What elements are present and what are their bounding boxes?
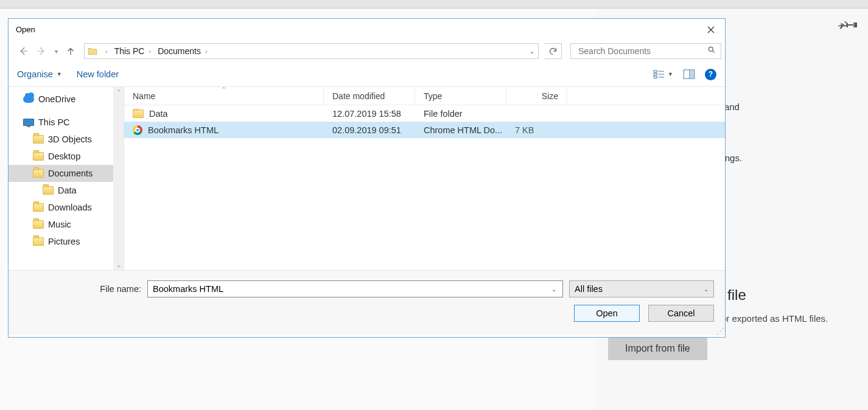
organise-menu[interactable]: Organise▼ [17, 69, 62, 79]
svg-rect-7 [654, 76, 657, 78]
nav-forward-button[interactable] [33, 43, 50, 60]
col-type[interactable]: Type [415, 87, 506, 105]
filename-input[interactable] [152, 283, 549, 294]
svg-rect-13 [690, 71, 694, 78]
tree-scrollbar[interactable]: ⌃⌄ [113, 87, 124, 270]
folder-icon [33, 134, 44, 144]
folder-icon [33, 151, 44, 161]
file-row[interactable]: Bookmarks HTML02.09.2019 09:51Chrome HTM… [124, 122, 725, 138]
address-folder-icon [86, 44, 99, 58]
tree-onedrive[interactable]: OneDrive [9, 91, 124, 108]
nav-up-button[interactable] [62, 43, 79, 60]
svg-point-3 [709, 47, 713, 51]
search-input[interactable] [577, 46, 706, 57]
cancel-button[interactable]: Cancel [648, 305, 714, 322]
file-row[interactable]: Data12.07.2019 15:58File folder [124, 105, 725, 122]
tree-thispc[interactable]: This PC [9, 114, 124, 131]
breadcrumb-thispc[interactable]: This PC› [113, 44, 156, 58]
file-date: 02.09.2019 09:51 [324, 125, 415, 135]
folder-icon [33, 203, 44, 212]
address-bar[interactable]: › This PC› Documents› ⌄ [84, 43, 539, 59]
column-headers: Name⌃ Date modified Type Size [124, 87, 725, 105]
filename-label: File name: [19, 284, 141, 294]
breadcrumb-documents[interactable]: Documents› [156, 44, 212, 58]
open-button[interactable]: Open [574, 305, 640, 322]
tree-3dobjects[interactable]: 3D Objects [9, 131, 124, 148]
nav-back-button[interactable] [15, 43, 32, 60]
file-name: Bookmarks HTML [148, 125, 219, 135]
breadcrumb-root-chevron[interactable]: › [99, 44, 113, 58]
tree-music[interactable]: Music [9, 216, 124, 233]
tree-data[interactable]: Data [9, 182, 124, 199]
filename-combo[interactable]: ⌄ [147, 280, 563, 297]
tree-documents[interactable]: Documents [9, 165, 124, 182]
svg-rect-6 [654, 73, 657, 75]
tree-downloads[interactable]: Downloads [9, 199, 124, 216]
folder-icon [33, 220, 44, 229]
folder-icon [33, 169, 44, 178]
refresh-button[interactable] [545, 43, 562, 59]
sort-asc-icon: ⌃ [222, 86, 226, 92]
chrome-icon [133, 125, 142, 135]
search-icon [706, 46, 717, 57]
nav-recent-dropdown[interactable]: ▾ [51, 43, 61, 60]
address-dropdown[interactable]: ⌄ [526, 48, 538, 55]
filetype-filter[interactable]: All files⌄ [569, 280, 714, 297]
filename-dropdown[interactable]: ⌄ [549, 286, 559, 293]
file-name: Data [149, 109, 168, 119]
resize-grip[interactable]: ⋰ [716, 328, 724, 336]
tree-desktop[interactable]: Desktop [9, 148, 124, 165]
close-button[interactable] [697, 20, 725, 40]
file-date: 12.07.2019 15:58 [324, 109, 415, 119]
col-date[interactable]: Date modified [324, 87, 415, 105]
folder-icon [43, 186, 54, 195]
svg-rect-5 [654, 71, 657, 72]
new-folder-button[interactable]: New folder [77, 69, 119, 79]
folder-icon [33, 237, 44, 246]
dialog-title: Open [16, 25, 35, 34]
file-size: 7 KB [506, 125, 567, 135]
folder-tree: OneDrive This PC 3D Objects Desktop Docu… [9, 87, 124, 270]
col-size[interactable]: Size [506, 87, 567, 105]
help-button[interactable]: ? [705, 69, 716, 80]
view-mode-button[interactable]: ▼ [653, 69, 673, 79]
file-type: File folder [415, 109, 506, 119]
tree-pictures[interactable]: Pictures [9, 233, 124, 250]
folder-icon [133, 109, 144, 118]
import-from-file-button[interactable]: Import from file [608, 337, 707, 360]
col-name[interactable]: Name⌃ [124, 87, 324, 105]
pc-icon [23, 117, 34, 127]
svg-line-4 [712, 50, 714, 52]
cloud-icon [23, 94, 34, 104]
search-box[interactable] [570, 43, 721, 59]
preview-pane-button[interactable] [683, 69, 695, 79]
file-type: Chrome HTML Do... [415, 125, 506, 135]
pin-icon[interactable] [838, 19, 856, 33]
open-file-dialog: Open ▾ › This PC› Documents› ⌄ [8, 18, 726, 338]
